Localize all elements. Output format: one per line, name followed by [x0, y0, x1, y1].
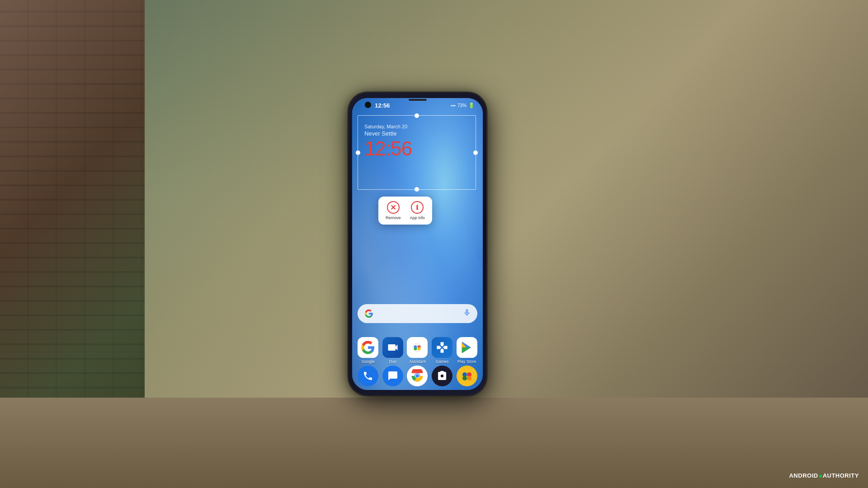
- camera-dock-icon[interactable]: [432, 366, 453, 386]
- app-info-label: App info: [410, 216, 425, 220]
- remove-icon: ✕: [387, 201, 400, 214]
- watermark-brand: ANDROIDAUTHORITY: [789, 472, 859, 479]
- app-google[interactable]: Google: [358, 337, 378, 364]
- apps-row: Google Duo: [356, 337, 479, 364]
- google-search-bar[interactable]: [358, 304, 477, 323]
- menu-item-remove[interactable]: ✕ Remove: [386, 201, 401, 220]
- svg-point-4: [418, 347, 421, 350]
- app-games[interactable]: Games: [432, 337, 453, 364]
- google-icon: [358, 337, 378, 358]
- oneplus-dock-icon[interactable]: [457, 366, 477, 386]
- resize-handle-left[interactable]: [356, 150, 360, 155]
- bottom-dock: [356, 366, 479, 386]
- oneplus-phone: 12:56 ▪▪▪ 73% 🔋 Saturday, March 20 Never…: [349, 93, 486, 395]
- phone-wrapper: 12:56 ▪▪▪ 73% 🔋 Saturday, March 20 Never…: [349, 93, 486, 395]
- google-g-logo: [364, 309, 374, 319]
- phone-dock-icon[interactable]: [358, 366, 378, 386]
- remove-label: Remove: [386, 216, 401, 220]
- games-app-label: Games: [435, 359, 448, 364]
- resize-handle-right[interactable]: [473, 150, 478, 155]
- play-store-app-label: Play Store: [458, 359, 476, 364]
- app-assistant[interactable]: Assistant: [407, 337, 428, 364]
- microphone-icon[interactable]: [463, 309, 471, 319]
- chrome-dock-icon[interactable]: [407, 366, 428, 386]
- assistant-app-label: Assistant: [409, 359, 426, 364]
- status-time: 12:56: [375, 102, 390, 109]
- widget-selection-border[interactable]: [358, 115, 476, 190]
- app-play-store[interactable]: Play Store: [457, 337, 477, 364]
- signal-icon: ▪▪▪: [451, 103, 456, 108]
- watermark: ANDROIDAUTHORITY: [789, 472, 859, 479]
- google-app-label: Google: [362, 359, 375, 364]
- resize-handle-bottom[interactable]: [415, 187, 419, 192]
- svg-point-12: [467, 376, 472, 380]
- battery-indicator: 73%: [458, 103, 467, 108]
- app-duo[interactable]: Duo: [382, 337, 403, 364]
- svg-point-11: [462, 376, 467, 380]
- status-bar: 12:56 ▪▪▪ 73% 🔋: [352, 98, 483, 113]
- assistant-icon: [407, 337, 428, 358]
- status-icons: ▪▪▪ 73% 🔋: [451, 103, 475, 108]
- phone-screen: 12:56 ▪▪▪ 73% 🔋 Saturday, March 20 Never…: [352, 98, 483, 390]
- duo-app-label: Duo: [389, 359, 397, 364]
- context-menu: ✕ Remove ℹ App info: [378, 197, 432, 225]
- svg-point-7: [416, 374, 420, 378]
- ground-surface: [0, 398, 868, 488]
- messages-dock-icon[interactable]: [382, 366, 403, 386]
- play-store-icon: [457, 337, 477, 358]
- svg-point-8: [461, 370, 473, 382]
- info-icon: ℹ: [411, 201, 424, 214]
- battery-icon: 🔋: [468, 103, 475, 108]
- games-icon: [432, 337, 453, 358]
- resize-handle-top[interactable]: [415, 113, 419, 118]
- camera-cutout: [365, 102, 371, 108]
- svg-point-3: [414, 347, 417, 350]
- menu-item-app-info[interactable]: ℹ App info: [410, 201, 425, 220]
- duo-icon: [382, 337, 403, 358]
